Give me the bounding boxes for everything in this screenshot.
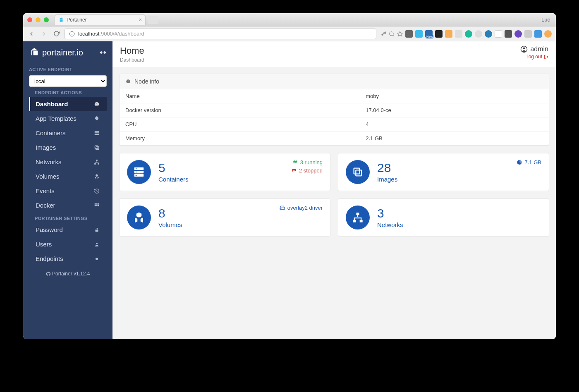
- svg-rect-16: [96, 160, 98, 161]
- card-label: Images: [377, 176, 397, 183]
- extension-icon[interactable]: [534, 30, 542, 38]
- images-count: 28: [377, 162, 397, 174]
- panel-title: Node info: [134, 78, 159, 85]
- card-label: Volumes: [158, 221, 182, 228]
- sidebar-item-volumes[interactable]: Volumes: [29, 169, 107, 184]
- user-icon: [93, 241, 100, 247]
- svg-rect-14: [96, 146, 99, 149]
- browser-tab[interactable]: Portainer ×: [55, 14, 146, 25]
- info-key: Memory: [120, 131, 360, 146]
- svg-rect-36: [354, 168, 360, 174]
- app-root: portainer.io ACTIVE ENDPOINT local ENDPO…: [23, 41, 556, 339]
- reload-button[interactable]: [52, 30, 60, 38]
- back-button[interactable]: [27, 30, 36, 38]
- extension-icon[interactable]: New: [425, 30, 433, 38]
- user-circle-icon: [520, 45, 528, 53]
- forward-button[interactable]: [40, 30, 48, 38]
- card-body: 28 Images: [377, 162, 397, 183]
- info-key: CPU: [120, 117, 360, 131]
- portainer-favicon: [58, 17, 64, 23]
- profile-name[interactable]: Luc: [541, 17, 550, 23]
- page-title: Home: [120, 45, 144, 56]
- extension-icon[interactable]: [495, 30, 502, 38]
- extension-icon[interactable]: [445, 30, 452, 38]
- new-tab-button[interactable]: [148, 16, 158, 24]
- card-meta: 3 running 2 stopped: [291, 158, 323, 174]
- svg-point-5: [390, 31, 393, 35]
- sidebar-item-events[interactable]: Events: [29, 184, 107, 198]
- svg-point-38: [280, 208, 281, 209]
- sidebar-item-label: Containers: [36, 129, 66, 136]
- key-icon[interactable]: [380, 31, 386, 37]
- sidebar-footer[interactable]: Portainer v1.12.4: [29, 266, 107, 282]
- endpoint-select[interactable]: local: [29, 75, 107, 87]
- window-close-button[interactable]: [27, 17, 32, 22]
- sidebar-toggle-icon[interactable]: [99, 49, 107, 56]
- svg-rect-21: [98, 203, 99, 204]
- extension-icon[interactable]: [514, 30, 522, 38]
- networks-card[interactable]: 3 Networks: [338, 198, 549, 237]
- info-key: Docker version: [120, 103, 360, 117]
- github-icon: [46, 271, 51, 276]
- sidebar-item-label: Dashboard: [36, 100, 68, 108]
- svg-rect-20: [96, 203, 98, 204]
- svg-line-6: [393, 35, 394, 36]
- card-label: Networks: [377, 221, 403, 228]
- window-maximize-button[interactable]: [44, 17, 49, 22]
- brand-logo[interactable]: portainer.io: [29, 47, 83, 58]
- sidebar-item-dashboard[interactable]: Dashboard: [29, 97, 107, 111]
- sidebar-header: portainer.io: [23, 41, 112, 64]
- tab-close-icon[interactable]: ×: [139, 17, 142, 23]
- extension-icon[interactable]: [465, 30, 472, 38]
- extension-icon[interactable]: [485, 30, 492, 38]
- browser-titlebar: Portainer × Luc: [23, 13, 556, 26]
- svg-rect-22: [95, 205, 96, 206]
- extension-icon[interactable]: [475, 30, 482, 38]
- url-field[interactable]: localhost:9000/#/dashboard: [65, 29, 376, 39]
- extension-icon[interactable]: [435, 30, 443, 38]
- sidebar-item-docker[interactable]: Docker: [29, 198, 107, 213]
- extension-icon[interactable]: [505, 30, 512, 38]
- volume-driver: overlay2 driver: [280, 204, 323, 212]
- containers-count: 5: [158, 162, 189, 174]
- logout-link[interactable]: log out: [527, 54, 548, 60]
- sidebar-item-users[interactable]: Users: [29, 237, 107, 251]
- svg-rect-24: [98, 205, 99, 206]
- svg-point-26: [96, 243, 98, 244]
- star-icon[interactable]: [397, 31, 403, 37]
- extension-icon[interactable]: [455, 30, 462, 38]
- card-label: Containers: [158, 176, 189, 183]
- sidebar-item-password[interactable]: Password: [29, 222, 107, 237]
- extension-icon[interactable]: [415, 30, 423, 38]
- svg-point-34: [136, 175, 137, 176]
- sidebar-item-containers[interactable]: Containers: [29, 126, 107, 140]
- sidebar-item-networks[interactable]: Networks: [29, 155, 107, 169]
- extension-icon[interactable]: [524, 30, 532, 38]
- sidebar-item-app-templates[interactable]: App Templates: [29, 111, 107, 126]
- extension-icon[interactable]: [405, 30, 413, 38]
- portainer-logo-icon: [29, 47, 40, 58]
- zoom-icon[interactable]: [389, 31, 395, 37]
- svg-point-28: [523, 48, 525, 50]
- top-header: Home Dashboard admin log out: [112, 41, 556, 67]
- summary-cards: 5 Containers 3 running 2 stopped: [119, 153, 549, 237]
- sidebar-section-label: ACTIVE ENDPOINT: [23, 64, 112, 74]
- sidebar-item-label: Networks: [36, 158, 62, 165]
- sidebar-item-endpoints[interactable]: Endpoints: [29, 251, 107, 266]
- svg-rect-41: [360, 220, 363, 222]
- card-body: 3 Networks: [377, 207, 403, 228]
- sidebar-item-label: Password: [36, 226, 63, 233]
- sidebar-item-images[interactable]: Images: [29, 140, 107, 155]
- images-card[interactable]: 28 Images 7.1 GB: [338, 153, 549, 191]
- info-value: 17.04.0-ce: [360, 103, 549, 117]
- breadcrumb: Dashboard: [120, 57, 144, 63]
- main-content: Home Dashboard admin log out: [112, 41, 556, 339]
- sidebar-item-label: Docker: [36, 202, 55, 209]
- window-minimize-button[interactable]: [36, 17, 41, 22]
- svg-marker-7: [397, 31, 402, 36]
- extension-icon[interactable]: [544, 30, 552, 38]
- endpoint-select-wrapper: local ENDPOINT ACTIONS Dashboard App Tem…: [29, 75, 107, 282]
- containers-card[interactable]: 5 Containers 3 running 2 stopped: [119, 153, 330, 191]
- sitemap-icon: [346, 206, 370, 229]
- volumes-card[interactable]: 8 Volumes overlay2 driver: [119, 198, 330, 237]
